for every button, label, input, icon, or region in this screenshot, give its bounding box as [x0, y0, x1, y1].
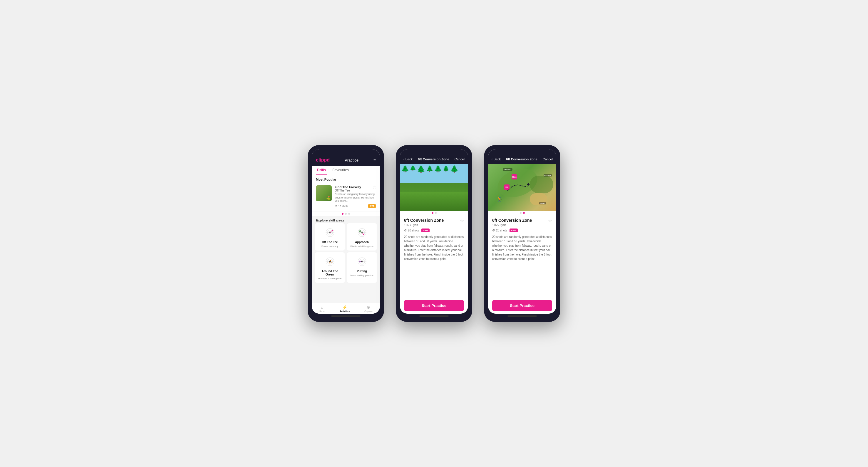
- clock-icon: ⏱: [335, 205, 337, 208]
- img-dot-3-1: [520, 212, 522, 214]
- home-bar-3: [507, 315, 537, 316]
- tree-5: 🌲: [434, 165, 442, 173]
- skill-putting[interactable]: Putting Make and lag practice: [347, 252, 377, 283]
- drill-detail-name-2: 6ft Conversion Zone: [404, 218, 444, 223]
- approach-icon: [353, 226, 371, 239]
- svg-point-17: [363, 234, 364, 235]
- home-bar-2: [419, 315, 449, 316]
- clock-icon-2: ⏱: [404, 229, 407, 232]
- bookmark-icon[interactable]: ☆: [373, 185, 376, 190]
- screen2-title: 6ft Conversion Zone: [418, 158, 449, 161]
- phone-1: clippd Practice ≡ Drills Favourites Most…: [308, 145, 384, 322]
- tree-7: 🌲: [450, 165, 459, 173]
- trees-row: 🌲 🌲 🌲 🌲 🌲 🌲 🌲: [400, 165, 468, 174]
- drill-desc-2: 20 shots are randomly generated at dista…: [404, 235, 464, 261]
- back-chevron-icon: ‹: [403, 158, 405, 161]
- drill-detail-meta-2: ⏱ 20 shots ARG: [404, 229, 464, 232]
- shots-value: 10 shots: [338, 205, 348, 208]
- menu-icon[interactable]: ≡: [373, 158, 376, 162]
- tree-4: 🌲: [426, 165, 433, 173]
- phone-3: ‹ Back 6ft Conversion Zone Cancel FAIRWA…: [484, 145, 560, 322]
- featured-drill-card[interactable]: Find The Fairway Off The Tee Create an i…: [312, 182, 380, 211]
- sand-label: SAND: [539, 202, 546, 204]
- skill-ott-name: Off The Tee: [322, 240, 338, 244]
- drill-photo: 🌲 🌲 🌲 🌲 🌲 🌲 🌲 🏌️: [400, 164, 468, 211]
- skill-grid: Off The Tee Power accuracy: [312, 223, 380, 285]
- app-header: clippd Practice ≡: [312, 149, 380, 166]
- svg-point-7: [332, 230, 333, 231]
- screen-1: clippd Practice ≡ Drills Favourites Most…: [312, 149, 380, 314]
- map-golfer-figure: 🏌️: [497, 197, 503, 202]
- nav-home[interactable]: ⌂ Home: [319, 305, 325, 312]
- cancel-button-3[interactable]: Cancel: [543, 158, 553, 161]
- start-practice-button-2[interactable]: Start Practice: [404, 300, 464, 311]
- home-icon: ⌂: [321, 305, 323, 309]
- drill-detail-name-3: 6ft Conversion Zone: [492, 218, 532, 223]
- back-label-2: Back: [405, 158, 412, 161]
- skill-ott-desc: Power accuracy: [321, 245, 338, 247]
- rough-label: ROUGH: [544, 174, 552, 176]
- dot-2: [345, 213, 347, 215]
- shots-value-3: 20 shots: [496, 229, 507, 232]
- back-label-3: Back: [494, 158, 501, 161]
- skill-approach[interactable]: Approach Dial-in to hit the green: [347, 223, 377, 251]
- drill-shots-3: ⏱ 20 shots: [492, 229, 507, 232]
- capture-icon: ⊕: [367, 305, 370, 309]
- img-dot-1: [432, 212, 433, 214]
- screen1-content: Most Popular Find The Fairway Off The Te…: [312, 175, 380, 303]
- notch-2: [422, 145, 446, 152]
- tree-3: 🌲: [417, 165, 426, 173]
- drill-name: Find The Fairway: [335, 185, 376, 189]
- phone-2: ‹ Back 6ft Conversion Zone Cancel 🌲 🌲 🌲 …: [396, 145, 472, 322]
- drill-sub: Off The Tee: [335, 189, 376, 192]
- skill-approach-desc: Dial-in to hit the green: [350, 245, 373, 247]
- screen3-title: 6ft Conversion Zone: [506, 158, 537, 161]
- drill-desc-3: 20 shots are randomly generated at dista…: [492, 235, 552, 261]
- drill-detail-range-2: 10-50 yds: [404, 223, 444, 227]
- golf-green: [400, 192, 468, 211]
- drill-desc: Create an imaginary fairway using trees …: [335, 193, 376, 203]
- star-icon-2[interactable]: ☆: [460, 218, 464, 224]
- image-dots-3: [488, 211, 556, 215]
- notch-3: [510, 145, 534, 152]
- putting-icon: [353, 255, 371, 268]
- app-logo: clippd: [316, 158, 330, 163]
- skill-off-the-tee[interactable]: Off The Tee Power accuracy: [315, 223, 345, 251]
- screen-3: ‹ Back 6ft Conversion Zone Cancel FAIRWA…: [488, 149, 556, 314]
- tab-drills[interactable]: Drills: [316, 166, 327, 175]
- drill-tag: OTT: [368, 204, 376, 208]
- ott-icon: [321, 226, 339, 239]
- skill-around-green[interactable]: Around The Green Hone your short game: [315, 252, 345, 283]
- golf-map-scene: FAIRWAY ROUGH SAND Miss Hit 🏌️: [488, 164, 556, 211]
- shot-path-arrow: [504, 178, 531, 193]
- map-rough-area: [530, 176, 553, 193]
- drill-detail-range-3: 10-50 yds: [492, 223, 532, 227]
- nav-capture[interactable]: ⊕ Capture: [364, 305, 373, 312]
- dot-1: [342, 213, 343, 215]
- drill-thumbnail: [316, 185, 332, 201]
- drill-shots-2: ⏱ 20 shots: [404, 229, 419, 232]
- cancel-button-2[interactable]: Cancel: [455, 158, 465, 161]
- drill-tag-3: ARG: [509, 229, 518, 232]
- back-button-2[interactable]: ‹ Back: [403, 158, 412, 161]
- tab-favourites[interactable]: Favourites: [331, 166, 350, 175]
- nav-activities-label: Activities: [340, 310, 350, 312]
- drill-detail-name-wrap-3: 6ft Conversion Zone 10-50 yds: [492, 218, 532, 227]
- nav-activities[interactable]: ⚡ Activities: [340, 305, 350, 312]
- svg-point-26: [331, 262, 332, 263]
- drill-detail-name-wrap: 6ft Conversion Zone 10-50 yds: [404, 218, 444, 227]
- activities-icon: ⚡: [342, 305, 347, 309]
- svg-point-25: [329, 263, 330, 263]
- ott-icon-area: [321, 226, 339, 239]
- start-practice-button-3[interactable]: Start Practice: [492, 300, 552, 311]
- golf-photo-scene: 🌲 🌲 🌲 🌲 🌲 🌲 🌲 🏌️: [400, 164, 468, 211]
- drill-thumb-image: [316, 185, 332, 201]
- back-button-3[interactable]: ‹ Back: [492, 158, 501, 161]
- nav-capture-label: Capture: [364, 310, 373, 312]
- miss-label: Miss: [512, 176, 517, 178]
- drill-detail-meta-3: ⏱ 20 shots ARG: [492, 229, 552, 232]
- tree-2: 🌲: [410, 165, 416, 173]
- svg-point-23: [329, 261, 331, 263]
- star-icon-3[interactable]: ☆: [548, 218, 552, 224]
- clock-icon-3: ⏱: [492, 229, 495, 232]
